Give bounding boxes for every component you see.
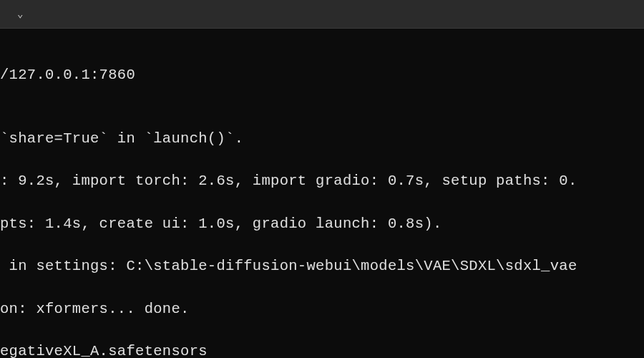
terminal-line: on: xformers... done. xyxy=(0,299,644,320)
terminal-line: : 9.2s, import torch: 2.6s, import gradi… xyxy=(0,170,644,192)
terminal-line: in settings: C:\stable-diffusion-webui\m… xyxy=(0,256,644,277)
window-titlebar: ⌄ xyxy=(0,0,644,29)
terminal-line: pts: 1.4s, create ui: 1.0s, gradio launc… xyxy=(0,213,644,235)
tab-dropdown-icon[interactable]: ⌄ xyxy=(11,5,29,23)
terminal-line: /127.0.0.1:7860 xyxy=(0,64,644,86)
terminal-line: egativeXL_A.safetensors xyxy=(0,341,644,358)
terminal-line: `share=True` in `launch()`. xyxy=(0,128,644,150)
terminal-output[interactable]: /127.0.0.1:7860 `share=True` in `launch(… xyxy=(0,29,644,358)
